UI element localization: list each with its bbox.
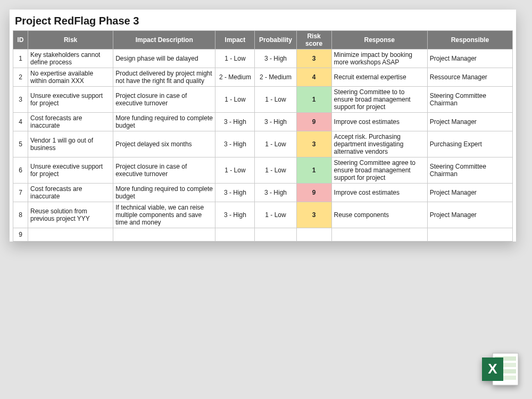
cell-responsible[interactable]: Steering Committee Chairman xyxy=(427,87,512,113)
cell-risk-score[interactable] xyxy=(296,228,331,242)
cell-impact[interactable]: 2 - Medium xyxy=(215,68,255,87)
cell-impact-desc[interactable]: Product delivered by project might not h… xyxy=(113,68,215,87)
cell-probability[interactable]: 1 - Low xyxy=(255,157,296,184)
cell-id[interactable]: 6 xyxy=(13,157,28,184)
cell-impact[interactable]: 3 - High xyxy=(215,113,255,131)
cell-probability[interactable] xyxy=(255,228,296,242)
cell-impact[interactable]: 1 - Low xyxy=(215,49,255,68)
cell-id[interactable]: 8 xyxy=(13,202,28,228)
table-row[interactable]: 5Vendor 1 will go out of businessProject… xyxy=(13,131,513,157)
cell-impact[interactable] xyxy=(215,228,255,242)
cell-id[interactable]: 4 xyxy=(13,113,28,131)
cell-risk[interactable] xyxy=(28,228,113,242)
cell-impact-desc[interactable]: More funding required to complete budget xyxy=(113,184,215,202)
cell-impact[interactable]: 3 - High xyxy=(215,184,255,202)
cell-impact[interactable]: 3 - High xyxy=(215,131,255,157)
cell-probability[interactable]: 1 - Low xyxy=(255,87,296,113)
cell-response[interactable]: Steering Committee agree to ensure broad… xyxy=(331,157,427,184)
cell-id[interactable]: 3 xyxy=(13,87,28,113)
table-row[interactable]: 3Unsure executive support for projectPro… xyxy=(13,87,513,113)
risk-table: ID Risk Impact Description Impact Probab… xyxy=(13,30,513,242)
cell-response[interactable]: Improve cost estimates xyxy=(331,184,427,202)
cell-impact[interactable]: 1 - Low xyxy=(215,87,255,113)
page-title: Project RedFlag Phase 3 xyxy=(13,12,513,30)
table-row[interactable]: 4Cost forecasts are inaccurateMore fundi… xyxy=(13,113,513,131)
cell-id[interactable]: 5 xyxy=(13,131,28,157)
col-risk: Risk xyxy=(28,31,113,49)
cell-impact-desc[interactable]: Design phase will be dalayed xyxy=(113,49,215,68)
cell-responsible[interactable]: Steering Committee Chairman xyxy=(427,157,512,184)
cell-probability[interactable]: 1 - Low xyxy=(255,202,296,228)
table-row[interactable]: 2No expertise available within domain XX… xyxy=(13,68,513,87)
cell-impact-desc[interactable]: Project closure in case of executive tur… xyxy=(113,157,215,184)
cell-responsible[interactable]: Project Manager xyxy=(427,202,512,228)
cell-id[interactable]: 1 xyxy=(13,49,28,68)
cell-impact-desc[interactable]: Project delayed six months xyxy=(113,131,215,157)
cell-probability[interactable]: 2 - Medium xyxy=(255,68,296,87)
cell-impact-desc[interactable]: If technical viable, we can reise multip… xyxy=(113,202,215,228)
cell-responsible[interactable]: Project Manager xyxy=(427,113,512,131)
excel-file-icon: X xyxy=(482,351,520,387)
cell-response[interactable]: Accept risk. Purchasing department inves… xyxy=(331,131,427,157)
col-risk-score: Risk score xyxy=(296,31,331,49)
cell-probability[interactable]: 3 - High xyxy=(255,184,296,202)
cell-responsible[interactable]: Project Manager xyxy=(427,49,512,68)
cell-impact-desc[interactable]: Project closure in case of executive tur… xyxy=(113,87,215,113)
cell-risk[interactable]: No expertise available within domain XXX xyxy=(28,68,113,87)
cell-impact[interactable]: 1 - Low xyxy=(215,157,255,184)
cell-responsible[interactable]: Purchasing Expert xyxy=(427,131,512,157)
cell-responsible[interactable]: Project Manager xyxy=(427,184,512,202)
excel-icon-letter: X xyxy=(488,361,497,377)
cell-id[interactable]: 2 xyxy=(13,68,28,87)
cell-risk-score[interactable]: 3 xyxy=(296,202,331,228)
cell-risk-score[interactable]: 9 xyxy=(296,184,331,202)
table-header-row: ID Risk Impact Description Impact Probab… xyxy=(13,31,513,49)
cell-response[interactable]: Recruit external expertise xyxy=(331,68,427,87)
table-row[interactable]: 9 xyxy=(13,228,513,242)
cell-risk[interactable]: Cost forecasts are inaccurate xyxy=(28,113,113,131)
cell-probability[interactable]: 3 - High xyxy=(255,49,296,68)
cell-impact[interactable]: 3 - High xyxy=(215,202,255,228)
cell-response[interactable]: Minimize impact by booking more workshop… xyxy=(331,49,427,68)
cell-risk[interactable]: Unsure executive support for project xyxy=(28,87,113,113)
cell-probability[interactable]: 1 - Low xyxy=(255,131,296,157)
cell-id[interactable]: 9 xyxy=(13,228,28,242)
cell-risk-score[interactable]: 1 xyxy=(296,87,331,113)
cell-probability[interactable]: 3 - High xyxy=(255,113,296,131)
table-row[interactable]: 6Unsure executive support for projectPro… xyxy=(13,157,513,184)
cell-response[interactable]: Steering Committee to to ensure broad ma… xyxy=(331,87,427,113)
col-impact-desc: Impact Description xyxy=(113,31,215,49)
table-row[interactable]: 7Cost forecasts are inaccurateMore fundi… xyxy=(13,184,513,202)
cell-response[interactable] xyxy=(331,228,427,242)
cell-risk-score[interactable]: 3 xyxy=(296,49,331,68)
cell-risk-score[interactable]: 9 xyxy=(296,113,331,131)
col-probability: Probability xyxy=(255,31,296,49)
cell-risk[interactable]: Reuse solution from previous project YYY xyxy=(28,202,113,228)
risk-register-sheet: Project RedFlag Phase 3 ID Risk Impact D… xyxy=(10,10,516,242)
table-row[interactable]: 1Key stakeholders cannot define processD… xyxy=(13,49,513,68)
cell-risk-score[interactable]: 3 xyxy=(296,131,331,157)
cell-responsible[interactable] xyxy=(427,228,512,242)
table-row[interactable]: 8Reuse solution from previous project YY… xyxy=(13,202,513,228)
cell-impact-desc[interactable]: More funding required to complete budget xyxy=(113,113,215,131)
cell-risk-score[interactable]: 4 xyxy=(296,68,331,87)
cell-risk[interactable]: Cost forecasts are inaccurate xyxy=(28,184,113,202)
cell-risk[interactable]: Key stakeholders cannot define process xyxy=(28,49,113,68)
cell-risk[interactable]: Unsure executive support for project xyxy=(28,157,113,184)
cell-response[interactable]: Improve cost estimates xyxy=(331,113,427,131)
cell-responsible[interactable]: Ressource Manager xyxy=(427,68,512,87)
cell-risk-score[interactable]: 1 xyxy=(296,157,331,184)
col-response: Response xyxy=(331,31,427,49)
cell-impact-desc[interactable] xyxy=(113,228,215,242)
cell-response[interactable]: Reuse components xyxy=(331,202,427,228)
cell-id[interactable]: 7 xyxy=(13,184,28,202)
col-id: ID xyxy=(13,31,28,49)
col-responsible: Responsible xyxy=(427,31,512,49)
cell-risk[interactable]: Vendor 1 will go out of business xyxy=(28,131,113,157)
col-impact: Impact xyxy=(215,31,255,49)
